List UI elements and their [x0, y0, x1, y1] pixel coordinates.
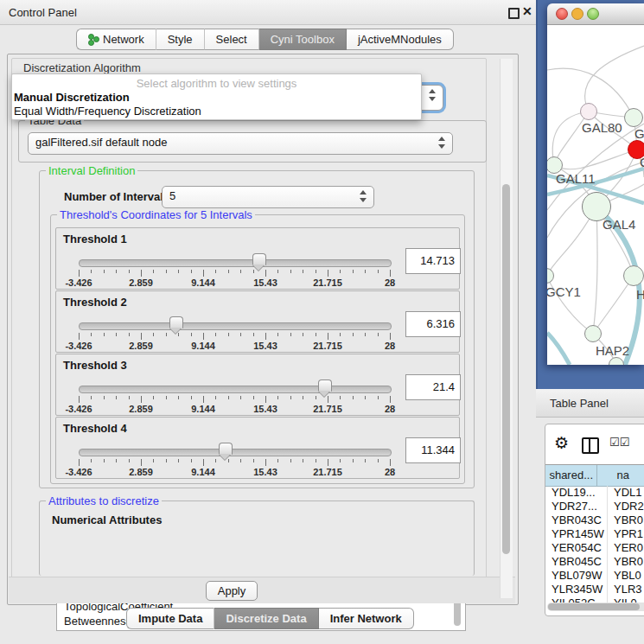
slider-tick-mark: [277, 333, 278, 336]
threshold-value-field[interactable]: 14.713: [405, 248, 461, 274]
slider-tick-label: 2.859: [115, 467, 167, 477]
table-row[interactable]: YDL19...YDL1: [545, 486, 644, 500]
table-row[interactable]: YLR345WYLR3: [545, 583, 644, 596]
slider-tick-mark: [378, 396, 379, 399]
cell-name: YDL1: [608, 486, 642, 500]
network-window-titlebar[interactable]: [547, 3, 644, 25]
threshold-slider-track[interactable]: [79, 449, 392, 456]
threshold-slider-handle[interactable]: [318, 379, 332, 392]
table-row[interactable]: YER054CYER0: [545, 541, 644, 555]
node-label: GCY1: [547, 284, 581, 299]
slider-tick-mark: [178, 396, 179, 399]
slider-tick-label: 15.43: [239, 277, 291, 288]
threshold-value-field[interactable]: 21.4: [405, 374, 461, 400]
tab-jactivemnodules[interactable]: jActiveMNodules: [347, 29, 454, 50]
threshold-slider-handle[interactable]: [169, 316, 183, 328]
dropdown-option[interactable]: Equal Width/Frequency Discretization: [14, 105, 201, 118]
slider-tick-label: -3.426: [53, 467, 105, 477]
threshold-slider-handle[interactable]: [219, 443, 233, 455]
slider-tick-mark: [303, 396, 303, 399]
slider-tick-mark: [166, 333, 167, 336]
table-panel-area: Table Panel ⚙ ☑☑ shared...na YDL19...YDL…: [536, 389, 644, 644]
zoom-icon[interactable]: [587, 8, 599, 20]
apply-button[interactable]: Apply: [206, 581, 258, 601]
slider-tick-mark: [340, 459, 341, 462]
slider-tick-mark: [390, 396, 391, 403]
slider-tick-mark: [153, 270, 154, 273]
numerical-attributes-label: Numerical Attributes: [52, 513, 162, 526]
number-of-intervals-combobox[interactable]: 5: [162, 186, 374, 208]
table-panel-title: Table Panel: [550, 397, 609, 410]
close-icon[interactable]: [556, 8, 568, 20]
threshold-slider-track[interactable]: [79, 386, 392, 393]
cell-shared-name: YLR345W: [545, 583, 608, 596]
slider-tick-mark: [390, 270, 391, 277]
threshold-slider-handle[interactable]: [252, 253, 266, 265]
table-row[interactable]: YDR27...YDR2: [545, 500, 644, 513]
tab-impute-data[interactable]: Impute Data: [126, 608, 214, 629]
node-right-mid[interactable]: [623, 265, 644, 286]
threshold-value-field[interactable]: 11.344: [405, 437, 461, 463]
tab-infer-network[interactable]: Infer Network: [319, 608, 414, 629]
slider-tick-mark: [215, 459, 216, 462]
interval-definition-title: Interval Definition: [46, 164, 137, 177]
column-header-1[interactable]: shared...: [545, 465, 597, 486]
slider-tick-label: -3.426: [53, 277, 105, 288]
table-row[interactable]: YBR045CYBR0: [545, 555, 644, 569]
panel-title: Control Panel: [9, 6, 77, 19]
slider-tick-mark: [166, 459, 167, 462]
tab-style[interactable]: Style: [156, 29, 205, 50]
threshold-value-field[interactable]: 6.316: [405, 311, 461, 337]
slider-tick-label: 21.715: [302, 404, 354, 414]
table-row[interactable]: YBR043CYBR0: [545, 513, 644, 527]
columns-icon[interactable]: [582, 437, 599, 454]
node-label: HAP2: [596, 343, 629, 358]
table-data-combobox[interactable]: galFiltered.sif default node: [28, 132, 453, 155]
table-rows: YDL19...YDL1YDR27...YDR2YBR043CYBR0YPR14…: [545, 486, 644, 610]
slider-tick-mark: [116, 396, 117, 399]
threshold-slider-track[interactable]: [79, 322, 392, 330]
slider-tick-mark: [303, 270, 303, 273]
slider-tick-mark: [215, 333, 216, 336]
threshold-slider-track[interactable]: [79, 259, 392, 267]
panel-scrollbar-track[interactable]: [500, 59, 513, 598]
tab-network[interactable]: Network: [76, 29, 156, 50]
tab-discretize-data[interactable]: Discretize Data: [214, 608, 318, 629]
slider-tick-label: 2.859: [115, 277, 167, 288]
slider-tick-mark: [378, 333, 379, 336]
node-gal80[interactable]: [580, 103, 597, 120]
table-row[interactable]: YPR145WYPR1: [545, 527, 644, 541]
tab-cyni-toolbox[interactable]: Cyni Toolbox: [259, 29, 347, 50]
interval-definition-group: Interval Definition Number of Intervals …: [39, 170, 475, 488]
slider-tick-mark: [240, 270, 241, 273]
table-row[interactable]: YBL079WYBL0: [545, 569, 644, 583]
slider-tick-label: 28: [364, 341, 416, 351]
minimize-icon[interactable]: [571, 8, 583, 20]
table-panel-header: Table Panel: [536, 389, 644, 418]
slider-tick-mark: [265, 396, 266, 403]
slider-tick-mark: [240, 333, 241, 336]
slider-tick-label: 15.43: [239, 467, 291, 477]
table-hscrollbar[interactable]: [547, 603, 644, 611]
node-top-right[interactable]: [624, 108, 643, 127]
tab-select[interactable]: Select: [205, 29, 259, 50]
node-label: C: [640, 155, 644, 169]
slider-tick-label: 9.144: [177, 277, 229, 288]
slider-tick-mark: [228, 396, 229, 399]
node-hap2[interactable]: [584, 325, 602, 342]
panel-scrollbar-thumb[interactable]: [502, 184, 510, 554]
threshold-label: Threshold 2: [63, 296, 127, 309]
node-label: GAL4: [603, 217, 635, 232]
cyni-toolbox-panel: Discretization Algorithm Select algorith…: [7, 54, 519, 605]
close-icon[interactable]: ✕: [522, 4, 532, 18]
slider-tick-mark: [215, 396, 216, 399]
float-window-icon[interactable]: [508, 8, 520, 19]
gear-icon[interactable]: ⚙: [554, 435, 569, 451]
dropdown-option[interactable]: Manual Discretization: [14, 91, 130, 104]
checkbox-icons[interactable]: ☑☑: [609, 436, 629, 449]
algorithm-group-title: Discretization Algorithm: [21, 61, 143, 74]
threshold-panel: Threshold 2-3.4262.8599.14415.4321.71528…: [55, 290, 460, 353]
column-header-2[interactable]: na: [597, 465, 644, 486]
slider-tick-mark: [265, 459, 266, 466]
network-canvas[interactable]: GAL80GACGAL11GAL4GCY1HHAP2: [547, 25, 644, 365]
